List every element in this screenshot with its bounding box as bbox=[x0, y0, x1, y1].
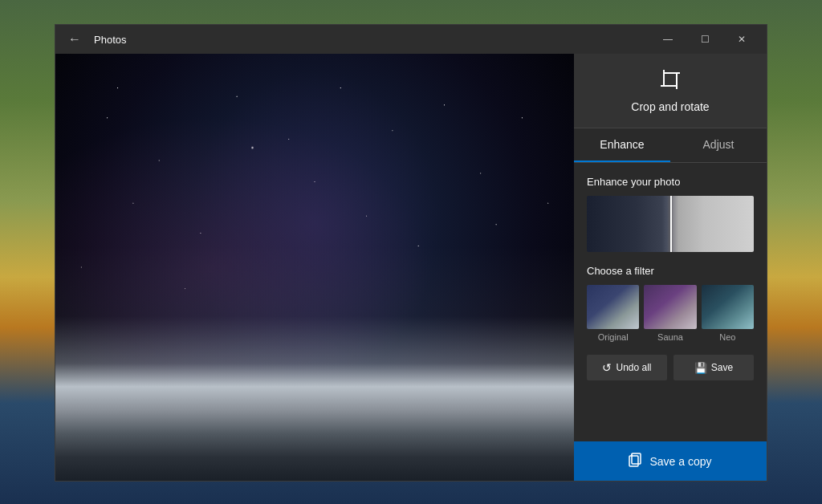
enhance-title: Enhance your photo bbox=[587, 176, 754, 188]
crop-rotate-label: Crop and rotate bbox=[588, 100, 752, 113]
filter-original-thumb bbox=[587, 285, 639, 329]
titlebar: ← Photos — ☐ ✕ bbox=[55, 25, 767, 54]
svg-rect-6 bbox=[632, 453, 641, 464]
undo-all-label: Undo all bbox=[616, 362, 651, 373]
filter-sauna[interactable]: Sauna bbox=[644, 285, 696, 342]
close-button[interactable]: ✕ bbox=[723, 25, 760, 54]
save-copy-button[interactable]: Save a copy bbox=[574, 441, 767, 481]
mountains bbox=[55, 246, 574, 481]
save-label: Save bbox=[711, 362, 733, 373]
crop-rotate-icon bbox=[588, 68, 752, 96]
filter-sauna-label: Sauna bbox=[644, 332, 696, 342]
filter-neo-label: Neo bbox=[702, 332, 754, 342]
svg-rect-5 bbox=[629, 456, 638, 466]
mountain-snow bbox=[55, 246, 574, 481]
save-copy-label: Save a copy bbox=[649, 455, 711, 468]
undo-all-button[interactable]: ↺ Undo all bbox=[587, 355, 667, 380]
minimize-button[interactable]: — bbox=[649, 25, 686, 54]
window-title: Photos bbox=[94, 34, 649, 46]
filter-neo[interactable]: Neo bbox=[702, 285, 754, 342]
panel-content: Enhance your photo Choose a filter Origi… bbox=[574, 163, 767, 441]
right-panel: Crop and rotate Enhance Adjust Enhance y… bbox=[574, 54, 767, 481]
tabs: Enhance Adjust bbox=[574, 128, 767, 163]
tab-enhance[interactable]: Enhance bbox=[574, 128, 670, 162]
filter-original[interactable]: Original bbox=[587, 285, 639, 342]
crop-rotate-section: Crop and rotate bbox=[574, 54, 767, 128]
undo-icon: ↺ bbox=[602, 361, 612, 374]
filters-row: Original Sauna Neo bbox=[587, 285, 754, 342]
photo-area bbox=[55, 54, 574, 481]
main-content: Crop and rotate Enhance Adjust Enhance y… bbox=[55, 54, 767, 481]
filter-neo-thumb bbox=[702, 285, 754, 329]
enhance-divider bbox=[670, 196, 672, 252]
save-icon: 💾 bbox=[694, 362, 707, 374]
svg-rect-0 bbox=[664, 73, 677, 86]
back-button[interactable]: ← bbox=[62, 29, 87, 50]
filter-title: Choose a filter bbox=[587, 265, 754, 277]
action-buttons: ↺ Undo all 💾 Save bbox=[587, 355, 754, 380]
maximize-button[interactable]: ☐ bbox=[686, 25, 723, 54]
filter-original-label: Original bbox=[587, 332, 639, 342]
enhance-preview[interactable] bbox=[587, 196, 754, 252]
photos-window: ← Photos — ☐ ✕ bbox=[55, 24, 767, 482]
save-button[interactable]: 💾 Save bbox=[673, 355, 754, 380]
save-copy-icon bbox=[629, 453, 643, 469]
filter-sauna-thumb bbox=[644, 285, 696, 329]
window-controls: — ☐ ✕ bbox=[649, 25, 760, 54]
tab-adjust[interactable]: Adjust bbox=[670, 128, 767, 162]
